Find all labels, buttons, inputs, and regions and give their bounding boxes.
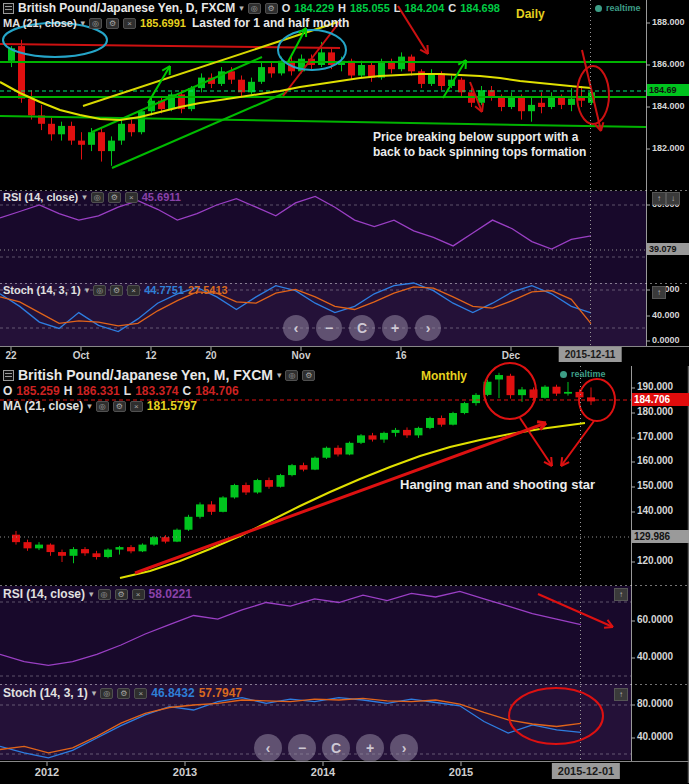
realtime-label: realtime [606, 3, 641, 13]
rsi-label[interactable]: RSI (14, close) [3, 191, 78, 203]
monthly-ohlc-row: O 185.259 H 186.331 L 183.374 C 184.706 [3, 384, 239, 398]
rsi-scale-label: 40.0000 [637, 651, 673, 662]
zoom-in-button[interactable]: + [356, 734, 384, 762]
rsi-value: 58.0221 [149, 587, 192, 601]
time-axis-label: 22 [5, 350, 16, 361]
rsi-label[interactable]: RSI (14, close) [3, 587, 85, 601]
open-value: 184.229 [294, 2, 334, 14]
close-label: C [183, 384, 192, 398]
chevron-down-icon[interactable]: ▾ [239, 3, 244, 13]
visibility-toggle-icon[interactable]: ◎ [100, 688, 113, 699]
pane-up-button[interactable]: ↑ [614, 688, 628, 701]
open-label: O [282, 2, 291, 14]
price-scale-label: 180.000 [637, 406, 673, 417]
visibility-toggle-icon[interactable]: ◎ [248, 3, 261, 14]
low-value: 183.374 [135, 384, 178, 398]
chevron-down-icon[interactable]: ▾ [92, 688, 97, 698]
close-value: 184.698 [460, 2, 500, 14]
realtime-label: realtime [571, 369, 606, 379]
stoch-d-value: 57.7947 [199, 686, 242, 700]
daily-timeframe-label: Daily [516, 7, 545, 21]
low-label: L [394, 2, 401, 14]
settings-icon[interactable]: ⚙ [113, 401, 126, 412]
pane-up-button[interactable]: ↑ [614, 588, 628, 601]
legend-collapse-icon[interactable] [3, 370, 14, 381]
close-icon[interactable]: × [127, 285, 140, 296]
monthly-symbol-title[interactable]: British Pound/Japanese Yen, M, FXCM [18, 367, 273, 383]
stoch-label[interactable]: Stoch (14, 3, 1) [3, 284, 81, 296]
scroll-right-button[interactable]: › [415, 315, 441, 341]
chevron-down-icon[interactable]: ▾ [85, 285, 90, 295]
stoch-k-value: 44.7751 [144, 284, 184, 296]
zoom-out-button[interactable]: − [288, 734, 316, 762]
visibility-toggle-icon[interactable]: ◎ [91, 192, 104, 203]
price-scale-label: 188.000 [652, 17, 685, 27]
settings-icon[interactable]: ⚙ [106, 18, 119, 29]
visibility-toggle-icon[interactable]: ◎ [285, 370, 298, 381]
ma-value: 181.5797 [147, 399, 197, 413]
ma-label[interactable]: MA (21, close) [3, 17, 77, 29]
daily-annotation-text: Price breaking below support with a back… [373, 130, 586, 160]
scroll-left-button[interactable]: ‹ [283, 315, 309, 341]
realtime-dot-icon [595, 5, 602, 12]
reset-chart-button[interactable]: C [322, 734, 350, 762]
reset-chart-button[interactable]: C [349, 315, 375, 341]
time-axis-label: 2012 [35, 766, 59, 778]
legend-collapse-icon[interactable] [3, 3, 14, 14]
pane-down-button[interactable]: ↓ [666, 192, 680, 205]
time-axis-label: 12 [145, 350, 156, 361]
daily-symbol-title[interactable]: British Pound/Japanese Yen, D, FXCM [18, 1, 235, 15]
close-icon[interactable]: × [125, 192, 138, 203]
price-scale-label: 150.000 [637, 480, 673, 491]
settings-icon[interactable]: ⚙ [302, 370, 315, 381]
stoch-scale-label: 40.000 [652, 310, 680, 320]
time-axis-label: 2015 [449, 766, 473, 778]
visibility-toggle-icon[interactable]: ◎ [98, 589, 111, 600]
low-label: L [124, 384, 131, 398]
monthly-annotation-text: Hanging man and shooting star [400, 477, 595, 492]
close-icon[interactable]: × [132, 589, 145, 600]
pane-up-button[interactable]: ↑ [652, 286, 666, 299]
settings-icon[interactable]: ⚙ [110, 285, 123, 296]
price-scale-label: 170.000 [637, 431, 673, 442]
pane-up-button[interactable]: ↑ [652, 192, 666, 205]
chevron-down-icon[interactable]: ▾ [82, 192, 87, 202]
close-icon[interactable]: × [130, 401, 143, 412]
settings-icon[interactable]: ⚙ [117, 688, 130, 699]
ma-label[interactable]: MA (21, close) [3, 399, 83, 413]
zoom-in-button[interactable]: + [382, 315, 408, 341]
trading-terminal: British Pound/Japanese Yen, D, FXCM ▾ ◎ … [0, 0, 689, 784]
open-value: 185.259 [16, 384, 59, 398]
close-icon[interactable]: × [123, 18, 136, 29]
chevron-down-icon[interactable]: ▾ [89, 589, 94, 599]
realtime-indicator: realtime [595, 3, 641, 13]
chevron-down-icon[interactable]: ▾ [81, 18, 86, 28]
ma-annotation: Lasted for 1 and half month [192, 16, 349, 30]
close-icon[interactable]: × [134, 688, 147, 699]
monthly-stoch-header: Stoch (14, 3, 1) ▾ ◎ ⚙ × 46.8432 57.7947 [3, 686, 242, 700]
scroll-right-button[interactable]: › [390, 734, 418, 762]
monthly-timeframe-label: Monthly [421, 369, 467, 383]
visibility-toggle-icon[interactable]: ◎ [89, 18, 102, 29]
daily-rsi-header: RSI (14, close) ▾ ◎ ⚙ × 45.6911 [3, 191, 181, 203]
daily-stoch-header: Stoch (14, 3, 1) ▾ ◎ ⚙ × 44.7751 27.5413 [3, 284, 228, 296]
stoch-scale-label: 0.0000 [652, 335, 680, 345]
high-value: 185.055 [350, 2, 390, 14]
price-tag: 184.69 [647, 84, 689, 96]
close-label: C [448, 2, 456, 14]
scroll-left-button[interactable]: ‹ [254, 734, 282, 762]
time-axis-label: 2013 [173, 766, 197, 778]
zoom-out-button[interactable]: − [316, 315, 342, 341]
visibility-toggle-icon[interactable]: ◎ [93, 285, 106, 296]
visibility-toggle-icon[interactable]: ◎ [96, 401, 109, 412]
settings-icon[interactable]: ⚙ [108, 192, 121, 203]
chevron-down-icon[interactable]: ▾ [277, 370, 282, 380]
settings-icon[interactable]: ⚙ [115, 589, 128, 600]
time-axis-label: 16 [395, 350, 406, 361]
chevron-down-icon[interactable]: ▾ [87, 401, 92, 411]
time-axis-label: Oct [73, 350, 90, 361]
settings-icon[interactable]: ⚙ [265, 3, 278, 14]
time-axis-label: 2014 [311, 766, 335, 778]
stoch-label[interactable]: Stoch (14, 3, 1) [3, 686, 88, 700]
price-scale-label: 140.000 [637, 505, 673, 516]
